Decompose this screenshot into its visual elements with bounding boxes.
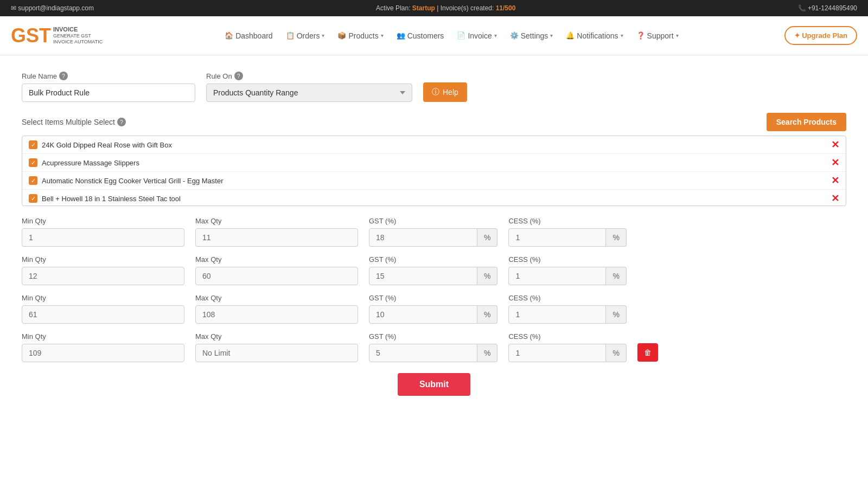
rule-name-group: Rule Name ? [22, 72, 195, 102]
max-qty-group-2: Max Qty [195, 294, 358, 324]
qty-row-0: Min Qty Max Qty GST (%) % CESS (%) % [22, 217, 846, 247]
main-nav: 🏠 Dashboard 📋 Orders ▾ 📦 Products ▾ 👥 Cu… [119, 27, 784, 44]
gst-input-0[interactable] [369, 228, 477, 247]
nav-products[interactable]: 📦 Products ▾ [332, 27, 388, 44]
cess-group-2: CESS (%) % [508, 294, 626, 324]
item-name-2: Automatic Nonstick Egg Cooker Vertical G… [42, 177, 224, 185]
active-plan: Active Plan: Startup | Invoice(s) create… [376, 4, 515, 12]
min-qty-input-2[interactable] [22, 305, 184, 324]
rule-on-select[interactable]: Products Quantity Range [206, 84, 412, 102]
help-circle-icon: ⓘ [432, 87, 439, 97]
phone-number: 📞 +91-1244895490 [798, 4, 857, 12]
max-qty-input-2[interactable] [195, 305, 358, 324]
logo-gst-text: GST [11, 26, 51, 46]
qty-row-3: Min Qty Max Qty GST (%) % CESS (%) % 🗑 [22, 332, 846, 362]
max-qty-input-0[interactable] [195, 228, 358, 247]
trash-icon: 🗑 [644, 348, 652, 357]
rule-name-label: Rule Name ? [22, 72, 195, 80]
settings-chevron: ▾ [550, 33, 553, 38]
gst-pct-btn-3[interactable]: % [477, 344, 497, 362]
cess-input-1[interactable] [508, 267, 606, 285]
cess-input-3[interactable] [508, 344, 606, 362]
cess-pct-btn-1[interactable]: % [606, 267, 626, 285]
min-qty-group-2: Min Qty [22, 294, 184, 324]
gst-input-3[interactable] [369, 344, 477, 362]
cess-label-3: CESS (%) [508, 332, 626, 341]
gst-pct-btn-1[interactable]: % [477, 267, 497, 285]
remove-item-2[interactable]: ✕ [831, 176, 839, 185]
min-qty-group-1: Min Qty [22, 255, 184, 285]
cess-label-0: CESS (%) [508, 217, 626, 225]
gst-label-3: GST (%) [369, 332, 497, 341]
max-qty-label-2: Max Qty [195, 294, 358, 302]
help-button[interactable]: ⓘ Help [423, 82, 467, 102]
qty-row-2: Min Qty Max Qty GST (%) % CESS (%) % [22, 294, 846, 324]
min-qty-input-1[interactable] [22, 267, 184, 285]
nav-settings[interactable]: ⚙️ Settings ▾ [505, 27, 559, 44]
list-item: Bell + Howell 18 in 1 Stainless Steel Ta… [22, 190, 846, 206]
gst-group-1: GST (%) % [369, 255, 497, 285]
submit-area: Submit [22, 373, 846, 396]
min-qty-label-2: Min Qty [22, 294, 184, 302]
support-icon: ❓ [636, 31, 645, 40]
cess-pct-btn-3[interactable]: % [606, 344, 626, 362]
gst-group-2: GST (%) % [369, 294, 497, 324]
remove-item-1[interactable]: ✕ [831, 158, 839, 168]
max-qty-input-3[interactable] [195, 344, 358, 362]
select-items-help-icon[interactable]: ? [117, 118, 126, 126]
cess-input-0[interactable] [508, 228, 606, 247]
gst-group-3: GST (%) % [369, 332, 497, 362]
cess-pct-btn-2[interactable]: % [606, 305, 626, 324]
rule-name-input[interactable] [22, 84, 195, 102]
min-qty-input-3[interactable] [22, 344, 184, 362]
gst-pct-btn-0[interactable]: % [477, 228, 497, 247]
top-bar: ✉ support@indiagstapp.com Active Plan: S… [0, 0, 868, 16]
search-products-button[interactable]: Search Products [767, 113, 846, 131]
item-checkbox-2[interactable] [29, 176, 37, 185]
min-qty-label-3: Min Qty [22, 332, 184, 341]
nav-dashboard[interactable]: 🏠 Dashboard [219, 27, 278, 44]
nav-notifications-label: Notifications [577, 31, 618, 40]
list-item: Automatic Nonstick Egg Cooker Vertical G… [22, 172, 846, 190]
min-qty-label-1: Min Qty [22, 255, 184, 264]
nav-dashboard-label: Dashboard [235, 31, 273, 40]
logo[interactable]: GST INVOICE GENERATE GST INVOICE AUTOMAT… [11, 26, 103, 46]
nav-support[interactable]: ❓ Support ▾ [631, 27, 684, 44]
cess-group-1: CESS (%) % [508, 255, 626, 285]
cess-input-2[interactable] [508, 305, 606, 324]
nav-notifications[interactable]: 🔔 Notifications ▾ [560, 27, 628, 44]
header: GST INVOICE GENERATE GST INVOICE AUTOMAT… [0, 16, 868, 55]
rule-on-group: Rule On ? Products Quantity Range [206, 72, 412, 102]
item-checkbox-0[interactable] [29, 140, 37, 149]
gst-input-1[interactable] [369, 267, 477, 285]
cess-pct-btn-0[interactable]: % [606, 228, 626, 247]
gst-label-0: GST (%) [369, 217, 497, 225]
upgrade-plan-button[interactable]: ✦ Upgrade Plan [784, 26, 857, 45]
nav-customers-label: Customers [407, 31, 444, 40]
max-qty-input-1[interactable] [195, 267, 358, 285]
nav-customers[interactable]: 👥 Customers [391, 27, 450, 44]
items-list[interactable]: 24K Gold Dipped Real Rose with Gift Box … [22, 136, 846, 206]
rule-name-help-icon[interactable]: ? [59, 72, 68, 80]
delete-row-button-3[interactable]: 🗑 [637, 343, 658, 362]
item-checkbox-3[interactable] [29, 194, 37, 203]
email-link[interactable]: ✉ support@indiagstapp.com [11, 4, 94, 12]
list-item: Acupressure Massage Slippers ✕ [22, 154, 846, 172]
remove-item-3[interactable]: ✕ [831, 194, 839, 203]
gst-label-2: GST (%) [369, 294, 497, 302]
max-qty-label-1: Max Qty [195, 255, 358, 264]
min-qty-input-0[interactable] [22, 228, 184, 247]
gst-pct-btn-2[interactable]: % [477, 305, 497, 324]
rule-on-help-icon[interactable]: ? [234, 72, 243, 80]
nav-invoice[interactable]: 📄 Invoice ▾ [451, 27, 502, 44]
submit-button[interactable]: Submit [398, 373, 470, 396]
gst-label-1: GST (%) [369, 255, 497, 264]
max-qty-group-1: Max Qty [195, 255, 358, 285]
rule-form-row: Rule Name ? Rule On ? Products Quantity … [22, 72, 846, 102]
min-qty-label-0: Min Qty [22, 217, 184, 225]
notifications-icon: 🔔 [566, 31, 575, 40]
nav-orders[interactable]: 📋 Orders ▾ [280, 27, 330, 44]
item-checkbox-1[interactable] [29, 158, 37, 167]
remove-item-0[interactable]: ✕ [831, 140, 839, 150]
gst-input-2[interactable] [369, 305, 477, 324]
